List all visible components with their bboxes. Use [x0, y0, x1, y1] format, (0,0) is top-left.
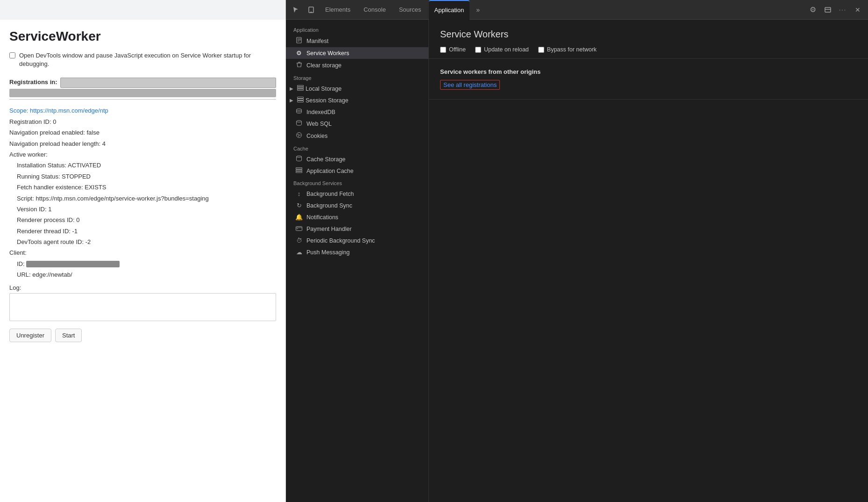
local-storage-label: Local Storage — [306, 86, 342, 92]
sw-origins-section: Service workers from other origins See a… — [429, 59, 868, 100]
tab-sources[interactable]: Sources — [393, 0, 427, 20]
device-icon[interactable] — [305, 3, 318, 16]
svg-point-16 — [297, 133, 302, 138]
sidebar-item-bg-fetch[interactable]: ↕ Background Fetch — [286, 188, 428, 200]
svg-rect-8 — [298, 86, 304, 87]
sidebar-item-local-storage[interactable]: ▶ Local Storage — [286, 83, 428, 94]
indexeddb-icon — [295, 108, 303, 115]
local-storage-arrow: ▶ — [290, 86, 295, 91]
client-id-redacted — [26, 261, 120, 267]
nav-preload-enabled: Navigation preload enabled: false — [9, 127, 276, 138]
push-messaging-label: Push Messaging — [306, 249, 349, 256]
session-storage-arrow: ▶ — [290, 98, 295, 103]
svg-rect-22 — [296, 170, 302, 171]
debug-label: Open DevTools window and pause JavaScrip… — [19, 51, 276, 68]
main-layout: ServiceWorker Open DevTools window and p… — [0, 20, 868, 502]
sidebar-item-periodic-bg-sync[interactable]: ⏱ Periodic Background Sync — [286, 235, 428, 246]
close-devtools-icon[interactable]: ✕ — [851, 3, 864, 16]
svg-rect-23 — [296, 172, 302, 173]
periodic-bg-sync-icon: ⏱ — [295, 237, 303, 244]
svg-rect-21 — [296, 168, 302, 169]
sidebar-item-indexeddb[interactable]: IndexedDB — [286, 106, 428, 118]
registrations-section: Registrations in: — [9, 78, 276, 100]
update-on-reload-checkbox[interactable] — [475, 47, 481, 53]
sw-checkboxes: Offline Update on reload Bypass for netw… — [440, 46, 857, 53]
sidebar-item-clear-storage[interactable]: Clear storage — [286, 59, 428, 72]
more-tabs-icon[interactable]: » — [471, 3, 484, 16]
local-storage-icon — [297, 85, 304, 92]
bypass-network-checkbox[interactable] — [538, 47, 544, 53]
cursor-icon[interactable] — [290, 3, 303, 16]
version-id: Version ID: 1 — [9, 204, 276, 215]
periodic-bg-sync-label: Periodic Background Sync — [306, 237, 375, 244]
sidebar-sw-label: Service Workers — [306, 50, 349, 57]
dock-icon[interactable] — [821, 3, 834, 16]
svg-rect-2 — [825, 7, 831, 12]
tab-console[interactable]: Console — [358, 0, 391, 20]
sidebar-clear-label: Clear storage — [306, 62, 342, 69]
sw-header: Service Workers Offline Update on reload… — [429, 20, 868, 59]
svg-rect-12 — [298, 99, 304, 100]
sidebar-item-push-messaging[interactable]: ☁ Push Messaging — [286, 246, 428, 258]
settings-icon[interactable]: ⚙ — [806, 3, 819, 16]
sidebar-item-cache-storage[interactable]: Cache Storage — [286, 153, 428, 165]
installation-status: Installation Status: ACTIVATED — [9, 160, 276, 171]
registrations-input[interactable] — [60, 78, 276, 88]
cache-section-label: Cache — [286, 142, 428, 153]
payment-handler-icon — [295, 225, 303, 232]
sidebar-item-manifest[interactable]: Manifest — [286, 35, 428, 47]
clear-storage-icon — [295, 61, 303, 69]
bg-fetch-icon: ↕ — [295, 190, 303, 197]
web-sql-label: Web SQL — [306, 121, 332, 127]
offline-checkbox[interactable] — [440, 47, 446, 53]
unregister-button[interactable]: Unregister — [9, 329, 51, 342]
debug-checkbox-row: Open DevTools window and pause JavaScrip… — [9, 51, 276, 68]
sidebar-item-cookies[interactable]: Cookies — [286, 129, 428, 142]
more-options-icon[interactable]: ··· — [836, 3, 849, 16]
scope-link[interactable]: Scope: https://ntp.msn.com/edge/ntp — [9, 107, 108, 114]
svg-point-20 — [297, 156, 302, 158]
svg-rect-9 — [298, 87, 304, 89]
sidebar-item-payment-handler[interactable]: Payment Handler — [286, 223, 428, 235]
svg-point-17 — [298, 134, 299, 135]
svg-rect-0 — [309, 7, 313, 13]
registration-id: Registration ID: 0 — [9, 116, 276, 127]
devtools-tabs: Elements Console Sources Application » ⚙… — [286, 0, 868, 20]
tab-application[interactable]: Application — [429, 0, 470, 20]
start-button[interactable]: Start — [55, 329, 82, 342]
log-textarea[interactable] — [9, 293, 276, 321]
see-all-registrations-link[interactable]: See all registrations — [440, 80, 500, 90]
tab-elements[interactable]: Elements — [320, 0, 356, 20]
sidebar-item-bg-sync[interactable]: ↻ Background Sync — [286, 200, 428, 211]
svg-rect-10 — [298, 89, 304, 91]
cookies-icon — [295, 132, 303, 140]
devtools-main: Service Workers Offline Update on reload… — [429, 20, 868, 502]
client-id-row: ID: — [9, 258, 276, 269]
update-on-reload-checkbox-item[interactable]: Update on reload — [475, 46, 529, 53]
bg-services-section-label: Background Services — [286, 177, 428, 188]
renderer-thread: Renderer thread ID: -1 — [9, 226, 276, 237]
script-url: Script: https://ntp.msn.com/edge/ntp/ser… — [9, 193, 276, 204]
info-block: Scope: https://ntp.msn.com/edge/ntp Regi… — [9, 105, 276, 280]
bypass-network-checkbox-item[interactable]: Bypass for network — [538, 46, 597, 53]
service-workers-icon: ⚙ — [295, 50, 303, 57]
log-label: Log: — [9, 284, 276, 291]
svg-rect-13 — [298, 101, 304, 102]
devtools-agent-route: DevTools agent route ID: -2 — [9, 237, 276, 247]
action-buttons: Unregister Start — [9, 329, 276, 342]
session-storage-icon — [297, 97, 304, 104]
sidebar-item-web-sql[interactable]: Web SQL — [286, 118, 428, 129]
offline-checkbox-item[interactable]: Offline — [440, 46, 466, 53]
sidebar-item-service-workers[interactable]: ⚙ Service Workers — [286, 47, 428, 59]
push-messaging-icon: ☁ — [295, 249, 303, 256]
sidebar-item-session-storage[interactable]: ▶ Session Storage — [286, 94, 428, 106]
svg-point-15 — [297, 121, 302, 122]
cache-storage-label: Cache Storage — [306, 156, 345, 163]
sidebar-manifest-label: Manifest — [306, 38, 328, 44]
running-status: Running Status: STOPPED — [9, 171, 276, 182]
sidebar-item-notifications[interactable]: 🔔 Notifications — [286, 211, 428, 223]
sidebar-item-app-cache[interactable]: Application Cache — [286, 165, 428, 177]
debug-checkbox[interactable] — [9, 52, 15, 58]
bg-fetch-label: Background Fetch — [306, 191, 354, 197]
client-url: URL: edge://newtab/ — [9, 269, 276, 280]
